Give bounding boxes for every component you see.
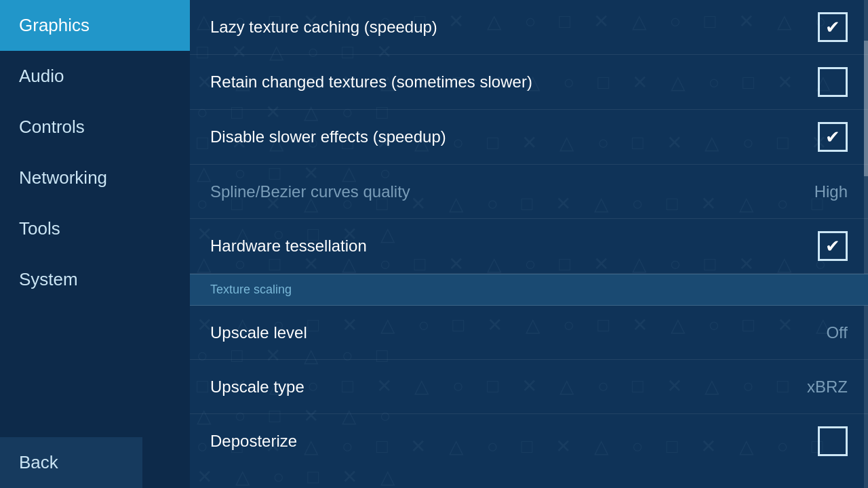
setting-label-lazy-texture-caching: Lazy texture caching (speedup) <box>210 18 437 37</box>
setting-row-hardware-tessellation[interactable]: Hardware tessellation <box>190 219 868 274</box>
setting-row-upscale-type[interactable]: Upscale typexBRZ <box>190 360 868 414</box>
setting-value-upscale-type: xBRZ <box>807 378 848 396</box>
checkbox-retain-textures[interactable] <box>818 67 848 97</box>
setting-label-retain-textures: Retain changed textures (sometimes slowe… <box>210 73 532 92</box>
sidebar-item-networking[interactable]: Networking <box>0 152 190 203</box>
setting-row-spline-bezier[interactable]: Spline/Bezier curves qualityHigh <box>190 165 868 219</box>
setting-label-upscale-level: Upscale level <box>210 323 307 342</box>
setting-label-hardware-tessellation: Hardware tessellation <box>210 237 367 256</box>
setting-row-lazy-texture-caching[interactable]: Lazy texture caching (speedup) <box>190 0 868 55</box>
sidebar: GraphicsAudioControlsNetworkingToolsSyst… <box>0 0 190 488</box>
setting-value-upscale-level: Off <box>826 323 848 342</box>
sidebar-item-audio[interactable]: Audio <box>0 51 190 102</box>
setting-row-retain-textures[interactable]: Retain changed textures (sometimes slowe… <box>190 55 868 110</box>
setting-label-upscale-type: Upscale type <box>210 378 304 396</box>
main-content: △ ○ □ ✕ △ ○ □ ✕ △ ○ □ ✕ △ ○ □ ✕ △ ○ □ ✕ … <box>190 0 868 488</box>
back-button[interactable]: Back <box>0 437 142 488</box>
setting-row-deposterize[interactable]: Deposterize <box>190 414 868 468</box>
checkbox-hardware-tessellation[interactable] <box>818 231 848 261</box>
settings-list: Lazy texture caching (speedup)Retain cha… <box>190 0 868 468</box>
sidebar-item-system[interactable]: System <box>0 254 190 305</box>
setting-value-spline-bezier: High <box>814 182 848 201</box>
setting-label-spline-bezier: Spline/Bezier curves quality <box>210 182 410 201</box>
sidebar-item-tools[interactable]: Tools <box>0 203 190 254</box>
checkbox-lazy-texture-caching[interactable] <box>818 12 848 42</box>
sidebar-item-graphics[interactable]: Graphics <box>0 0 190 51</box>
sidebar-item-controls[interactable]: Controls <box>0 102 190 152</box>
setting-label-deposterize: Deposterize <box>210 432 297 451</box>
checkbox-deposterize[interactable] <box>818 426 848 456</box>
setting-label-disable-slower-effects: Disable slower effects (speedup) <box>210 127 446 146</box>
checkbox-disable-slower-effects[interactable] <box>818 122 848 152</box>
section-header-texture-scaling: Texture scaling <box>190 274 868 306</box>
setting-row-disable-slower-effects[interactable]: Disable slower effects (speedup) <box>190 110 868 165</box>
setting-row-upscale-level[interactable]: Upscale levelOff <box>190 306 868 360</box>
